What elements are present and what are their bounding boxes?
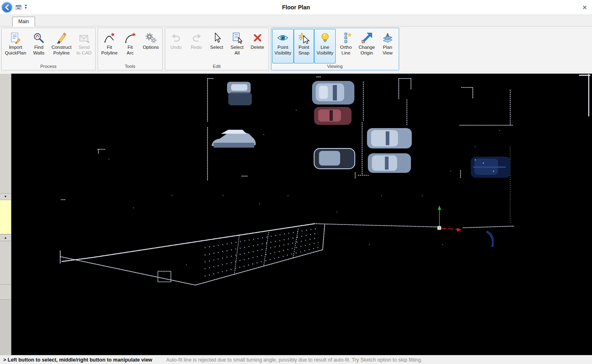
ribbon-group-edit-body: Undo Redo Select [165,28,269,63]
button-label: Change [358,45,375,50]
ribbon-group-tools: Fit Polyline Fit Arc [98,28,163,70]
undo-button: Undo [166,29,186,63]
slider-up-button[interactable]: ▲ [0,234,11,241]
button-label: Point [277,45,288,50]
construct-polyline-icon [55,32,68,44]
elevation-slider: ▼ ▲ [0,74,11,355]
ribbon: Import QuickPlan Find Walls [0,26,592,72]
plan-view-button[interactable]: A Plan View [378,29,398,63]
content-area: ▼ ▲ [0,74,592,355]
toolbar-customize-chevron-icon[interactable]: ▾ [25,5,27,10]
viewport-canvas[interactable] [11,74,592,355]
button-label: Visibility [275,50,291,56]
plan-view-icon: A [382,32,394,44]
select-icon [211,32,223,44]
button-label: Select [210,45,223,50]
fit-polyline-button[interactable]: Fit Polyline [99,29,120,63]
car-point-cluster-far-right [471,157,511,178]
button-label: View [382,50,393,56]
ribbon-group-edit: Undo Redo Select [165,28,269,70]
button-label: Polyline [101,50,118,56]
button-label: Fit [107,45,112,50]
car-point-cluster-left-middle [212,130,256,148]
import-quickplan-button[interactable]: Import QuickPlan [2,29,28,63]
back-button[interactable] [1,2,13,13]
fit-polyline-icon [103,32,116,44]
redo-button: Redo [186,29,207,63]
point-snap-button[interactable]: Point Snap [294,29,314,63]
ortho-line-button[interactable]: Ortho Line [336,29,356,63]
button-label: QuickPlan [5,50,26,56]
redo-icon [190,32,203,44]
back-icon [4,4,9,10]
button-label: Visibility [317,50,333,56]
title-bar: ▾ Floor Plan × [0,0,592,15]
select-button[interactable]: Select [207,29,227,63]
floor-plan-point-cloud [11,74,592,355]
ribbon-tab-bar: Main [0,15,592,26]
car-point-cluster-center-lower [314,148,355,169]
find-walls-button[interactable]: Find Walls [28,29,49,63]
ribbon-group-tools-body: Fit Polyline Fit Arc [98,28,162,63]
change-origin-button[interactable]: Change Origin [356,29,377,63]
button-label: Select [231,45,244,50]
noise-points [109,110,500,266]
button-label: Line [321,45,330,50]
button-label: Construct [51,45,71,50]
button-label: Plan [383,45,392,50]
window-title: Floor Plan [0,4,592,11]
ribbon-group-viewing-body: Point Visibility Point Snap [271,28,399,63]
button-label: Origin [360,50,373,56]
delete-button[interactable]: Delete [247,29,268,63]
options-icon [145,32,157,44]
point-visibility-button[interactable]: Point Visibility [272,29,294,63]
car-point-cluster-right-lower [368,153,411,173]
fit-arc-button[interactable]: Fit Arc [120,29,140,63]
ribbon-group-viewing: Point Visibility Point Snap [271,28,399,70]
origin-axes [437,205,461,232]
line-visibility-button[interactable]: Line Visibility [314,29,336,63]
construct-polyline-button[interactable]: Construct Polyline [49,29,74,63]
button-label: Polyline [53,50,70,56]
options-button[interactable]: Options [140,29,162,63]
slider-track-upper [0,74,11,193]
button-label: Send [79,45,90,50]
slider-down-button[interactable]: ▼ [0,193,11,200]
tab-main[interactable]: Main [12,17,35,26]
button-label: Undo [170,45,182,50]
line-visibility-icon [319,32,331,44]
button-label: All [234,50,240,56]
plan-view-letter: A [386,33,389,37]
button-label: Fit [128,45,133,50]
wall-lines [60,74,590,285]
undo-icon [170,32,182,44]
status-hint: > Left button to select, middle/right bu… [3,357,152,363]
button-label: Find [34,45,43,50]
button-label: Redo [191,45,202,50]
button-label: Point [299,45,309,50]
button-label: to CAD [76,50,92,56]
car-point-cluster-center-gray [312,81,354,105]
delete-icon [251,32,264,44]
slider-track-bottom [0,300,11,355]
button-label: Import [9,45,22,50]
ribbon-group-process-body: Import QuickPlan Find Walls [2,28,95,63]
select-all-button[interactable]: Select All [227,29,247,63]
status-bar: > Left button to select, middle/right bu… [0,355,592,364]
button-label: Line [341,50,350,56]
point-snap-icon [298,32,310,44]
slider-selected-range[interactable] [0,200,11,234]
car-point-cluster-center-red [314,107,352,125]
button-label: Arc [127,50,133,56]
slider-track-section [0,285,11,299]
blue-streak [487,231,494,247]
select-all-icon [231,32,243,44]
send-to-cad-icon [78,32,90,44]
quick-access-icon[interactable] [15,4,22,10]
group-label-tools: Tools [98,63,162,70]
button-label: Delete [251,45,264,50]
change-origin-icon [360,32,373,44]
close-button[interactable]: × [582,3,587,11]
seat-rows [205,228,319,276]
button-label: Walls [33,50,45,56]
